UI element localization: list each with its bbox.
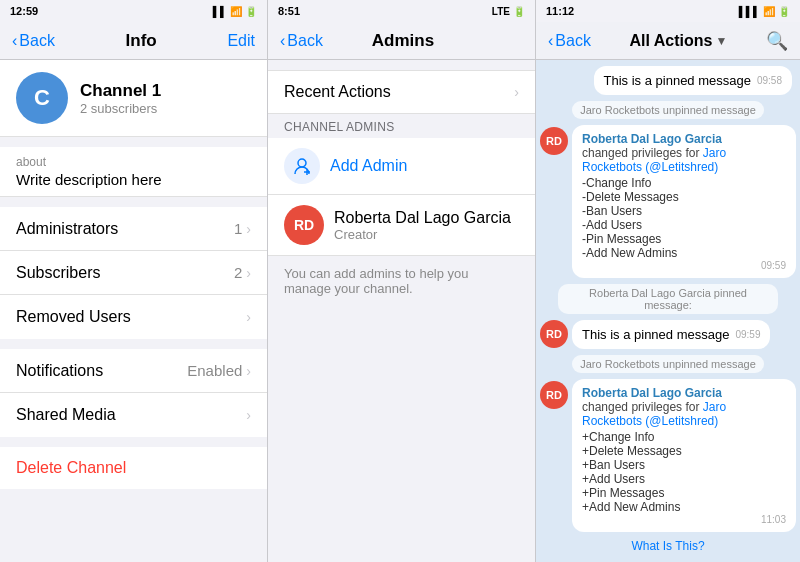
status-icons-3: ▌▌▌ 📶 🔋 — [739, 6, 790, 17]
nav-title-2: Admins — [372, 31, 434, 51]
status-bar-2: 8:51 LTE 🔋 — [268, 0, 535, 22]
status-icons-1: ▌▌ 📶 🔋 — [213, 6, 257, 17]
event-time-2: 11:03 — [582, 514, 786, 525]
about-label: about — [16, 155, 251, 169]
channel-header: C Channel 1 2 subscribers — [0, 60, 267, 137]
channel-avatar: C — [16, 72, 68, 124]
menu-section-1: Administrators 1 › Subscribers 2 › Remov… — [0, 207, 267, 339]
battery-3: 🔋 — [778, 6, 790, 17]
event-author-2: Roberta Dal Lago Garcia — [582, 386, 722, 400]
administrators-label: Administrators — [16, 220, 118, 238]
wifi-3: 📶 — [763, 6, 775, 17]
administrators-value: 1 › — [234, 220, 251, 237]
msg-text-left: This is a pinned message — [582, 327, 729, 342]
chat-nav-bar: ‹ Back All Actions ▼ 🔍 — [536, 22, 800, 60]
back-button-2[interactable]: ‹ Back — [280, 32, 323, 50]
add-admin-item[interactable]: Add Admin — [268, 138, 535, 195]
nav-bar-2: ‹ Back Admins — [268, 22, 535, 60]
msg-time-left: 09:59 — [735, 329, 760, 340]
msg-bubble-left: This is a pinned message 09:59 — [572, 320, 770, 349]
removed-users-chevron: › — [246, 309, 251, 325]
event-avatar-2: RD — [540, 381, 568, 409]
time-3: 11:12 — [546, 5, 574, 17]
search-button[interactable]: 🔍 — [766, 30, 788, 52]
admin-item-roberta[interactable]: RD Roberta Dal Lago Garcia Creator — [268, 195, 535, 256]
admin-name: Roberta Dal Lago Garcia — [334, 209, 511, 227]
delete-channel-button[interactable]: Delete Channel — [0, 447, 267, 489]
channel-admins-header: CHANNEL ADMINS — [268, 114, 535, 138]
event-time-1: 09:59 — [582, 260, 786, 271]
time-2: 8:51 — [278, 5, 300, 17]
admin-details: Roberta Dal Lago Garcia Creator — [334, 209, 511, 242]
notifications-value: Enabled › — [187, 362, 251, 379]
recent-actions-label: Recent Actions — [284, 83, 391, 101]
event-avatar-1: RD — [540, 127, 568, 155]
info-panel: 12:59 ▌▌ 📶 🔋 ‹ Back Info Edit C Channel … — [0, 0, 268, 562]
battery-icon: 🔋 — [245, 6, 257, 17]
admin-avatar: RD — [284, 205, 324, 245]
admin-note: You can add admins to help you manage yo… — [268, 256, 535, 306]
about-text: Write description here — [16, 171, 251, 188]
removed-users-label: Removed Users — [16, 308, 131, 326]
back-button-1[interactable]: ‹ Back — [12, 32, 55, 50]
dropdown-arrow-icon: ▼ — [715, 34, 727, 48]
delete-section: Delete Channel — [0, 447, 267, 489]
menu-item-notifications[interactable]: Notifications Enabled › — [0, 349, 267, 393]
recent-actions-item[interactable]: Recent Actions › — [268, 70, 535, 114]
chat-title: All Actions ▼ — [630, 32, 728, 50]
msg-time-pinned: 09:58 — [757, 75, 782, 86]
event-list-2: +Change Info+Delete Messages+Ban Users+A… — [582, 430, 786, 514]
wifi-icon: 📶 — [230, 6, 242, 17]
battery-icon-2: 🔋 — [513, 6, 525, 17]
signal-icon: ▌▌ — [213, 6, 227, 17]
chat-body: This is a pinned message 09:58 Jaro Rock… — [536, 60, 800, 562]
system-msg-unpinned-2: Jaro Rocketbots unpinned message — [572, 355, 764, 373]
add-admin-label: Add Admin — [330, 157, 407, 175]
msg-pinned: This is a pinned message 09:58 — [540, 66, 796, 95]
subscribers-value: 2 › — [234, 264, 251, 281]
svg-point-0 — [298, 159, 306, 167]
system-msg-pinned: Roberta Dal Lago Garcia pinned message: — [558, 284, 778, 314]
nav-bar-1: ‹ Back Info Edit — [0, 22, 267, 60]
admin-role: Creator — [334, 227, 511, 242]
menu-section-2: Notifications Enabled › Shared Media › — [0, 349, 267, 437]
back-button-3[interactable]: ‹ Back — [548, 32, 591, 50]
menu-item-subscribers[interactable]: Subscribers 2 › — [0, 251, 267, 295]
event-msg-2: Roberta Dal Lago Garcia changed privileg… — [572, 379, 796, 532]
menu-item-removed-users[interactable]: Removed Users › — [0, 295, 267, 339]
event-msg-1: Roberta Dal Lago Garcia changed privileg… — [572, 125, 796, 278]
channel-subscribers: 2 subscribers — [80, 101, 161, 116]
channel-name: Channel 1 — [80, 81, 161, 101]
msg-bubble-pinned: This is a pinned message 09:58 — [594, 66, 792, 95]
watermark: https://blog.ibtnt.net/whatday — [540, 558, 796, 562]
add-admin-icon — [284, 148, 320, 184]
signal-3: ▌▌▌ — [739, 6, 760, 17]
shared-media-label: Shared Media — [16, 406, 116, 424]
msg-text-pinned: This is a pinned message — [604, 73, 751, 88]
event-author-1: Roberta Dal Lago Garcia — [582, 132, 722, 146]
event-privileges-1: RD Roberta Dal Lago Garcia changed privi… — [540, 125, 796, 278]
status-bar-3: 11:12 ▌▌▌ 📶 🔋 — [536, 0, 800, 22]
status-icons-2: LTE 🔋 — [492, 6, 525, 17]
edit-button[interactable]: Edit — [227, 32, 255, 50]
menu-item-shared-media[interactable]: Shared Media › — [0, 393, 267, 437]
about-section: about Write description here — [0, 147, 267, 197]
shared-media-chevron: › — [246, 407, 251, 423]
subscribers-label: Subscribers — [16, 264, 100, 282]
msg-avatar-rd-1: RD — [540, 320, 568, 348]
time-1: 12:59 — [10, 5, 38, 17]
event-privileges-2: RD Roberta Dal Lago Garcia changed privi… — [540, 379, 796, 532]
recent-actions-chevron: › — [514, 84, 519, 100]
chat-panel: 11:12 ▌▌▌ 📶 🔋 ‹ Back All Actions ▼ 🔍 Thi… — [536, 0, 800, 562]
system-msg-unpinned-1: Jaro Rocketbots unpinned message — [572, 101, 764, 119]
status-bar-1: 12:59 ▌▌ 📶 🔋 — [0, 0, 267, 22]
menu-item-administrators[interactable]: Administrators 1 › — [0, 207, 267, 251]
what-is-this-label: What Is This? — [631, 539, 704, 553]
msg-row-pinned-left: RD This is a pinned message 09:59 — [540, 320, 796, 349]
event-list-1: -Change Info-Delete Messages-Ban Users-A… — [582, 176, 786, 260]
what-is-this[interactable]: What Is This? — [540, 536, 796, 554]
admins-panel: 8:51 LTE 🔋 ‹ Back Admins Recent Actions … — [268, 0, 536, 562]
channel-info: Channel 1 2 subscribers — [80, 81, 161, 116]
lte-icon: LTE — [492, 6, 510, 17]
notifications-label: Notifications — [16, 362, 103, 380]
